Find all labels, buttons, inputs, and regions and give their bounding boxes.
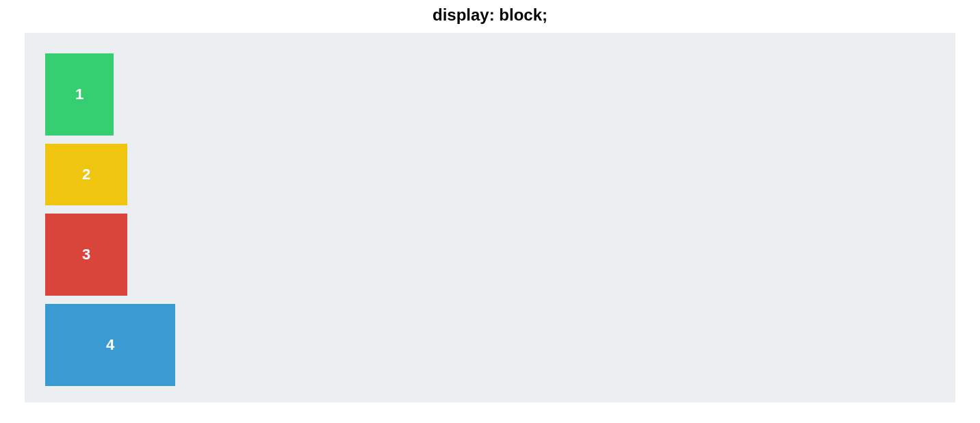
block-1: 1 — [45, 53, 114, 136]
block-2: 2 — [45, 144, 127, 205]
page-title: display: block; — [0, 0, 980, 33]
block-3: 3 — [45, 214, 127, 296]
demo-container: 1 2 3 4 — [25, 33, 955, 402]
block-4: 4 — [45, 304, 175, 386]
